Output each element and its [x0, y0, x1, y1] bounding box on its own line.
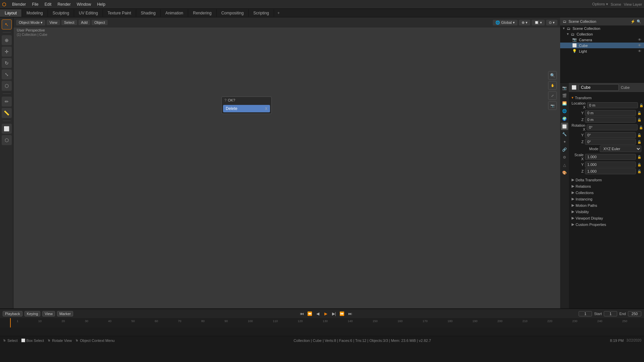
- prop-particles-icon[interactable]: ✦: [561, 138, 568, 145]
- outliner-item-light[interactable]: 💡 Light 👁: [560, 48, 644, 54]
- play-button[interactable]: ▶: [323, 311, 329, 317]
- rotation-z-input[interactable]: [585, 139, 636, 145]
- scale-y-lock[interactable]: 🔓: [637, 163, 641, 167]
- location-z-lock[interactable]: 🔓: [637, 118, 641, 122]
- prop-render-icon[interactable]: 📷: [561, 84, 568, 92]
- motion-paths-section[interactable]: ▶ Motion Paths: [569, 202, 644, 208]
- pivot-button[interactable]: ⊕ ▾: [519, 20, 530, 25]
- outliner-item-camera[interactable]: 📷 Camera 👁: [560, 37, 644, 43]
- menu-blender[interactable]: Blender: [9, 1, 29, 7]
- tool-scale[interactable]: ⤡: [2, 69, 12, 79]
- step-back-button[interactable]: ⏪: [307, 311, 313, 317]
- location-z-input[interactable]: [585, 117, 636, 123]
- viewport-display-section[interactable]: ▶ Viewport Display: [569, 215, 644, 221]
- prop-view-layer-icon[interactable]: 🌅: [561, 100, 568, 107]
- camera-view-button[interactable]: 📷: [548, 101, 557, 110]
- tab-sculpting[interactable]: Sculpting: [48, 9, 74, 17]
- view-all-button[interactable]: ⤢: [548, 91, 557, 100]
- camera-visibility-icon[interactable]: 👁: [638, 38, 641, 42]
- object-mode-button[interactable]: Object Mode ▾: [16, 20, 45, 25]
- transform-space-button[interactable]: 🌐 Global ▾: [493, 20, 518, 25]
- scale-y-input[interactable]: [585, 162, 636, 168]
- scale-x-lock[interactable]: 🔓: [637, 155, 641, 159]
- tab-animation[interactable]: Animation: [161, 9, 188, 17]
- tab-uv-editing[interactable]: UV Editing: [74, 9, 103, 17]
- tab-compositing[interactable]: Compositing: [217, 9, 249, 17]
- object-menu-button[interactable]: Object: [92, 20, 108, 25]
- prop-material-icon[interactable]: 🎨: [561, 169, 568, 176]
- jump-to-end-button[interactable]: ⏭: [347, 311, 353, 317]
- visibility-section[interactable]: ▶ Visibility: [569, 208, 644, 215]
- rotation-x-lock[interactable]: 🔓: [639, 126, 643, 129]
- menu-help[interactable]: Help: [94, 1, 108, 7]
- transform-header[interactable]: ▾ Transform: [569, 95, 644, 101]
- proportional-button[interactable]: ⊙ ▾: [546, 20, 557, 25]
- tool-add-surface[interactable]: ⬡: [2, 135, 12, 145]
- current-frame-input[interactable]: [579, 311, 592, 316]
- prop-physics-icon[interactable]: 🔗: [561, 146, 568, 153]
- object-name-input[interactable]: [579, 84, 619, 91]
- scale-z-lock[interactable]: 🔓: [637, 170, 641, 173]
- view-menu-tl[interactable]: View: [42, 311, 55, 316]
- tool-transform[interactable]: ⬡: [2, 81, 12, 91]
- viewport-3d[interactable]: X Y Z Object Mode ▾: [13, 17, 560, 308]
- zoom-in-button[interactable]: 🔍: [548, 71, 557, 80]
- tool-cursor[interactable]: ⊕: [2, 35, 12, 45]
- rotation-y-input[interactable]: [585, 132, 636, 138]
- outliner-filter-icon[interactable]: ⚡: [631, 19, 635, 24]
- prop-constraints-icon[interactable]: ⚙: [561, 154, 568, 161]
- tab-shading[interactable]: Shading: [136, 9, 161, 17]
- keying-menu[interactable]: Keying: [24, 311, 41, 316]
- playback-menu[interactable]: Playback: [3, 311, 22, 316]
- collections-section[interactable]: ▶ Collections: [569, 189, 644, 196]
- timeline-ruler[interactable]: 1 10 20 30 40 50 60 70 80 90 100 110 120…: [0, 318, 644, 327]
- tab-scripting[interactable]: Scripting: [249, 9, 274, 17]
- step-forward-button[interactable]: ⏩: [339, 311, 345, 317]
- zoom-out-button[interactable]: ✋: [548, 81, 557, 90]
- location-x-lock[interactable]: 🔓: [639, 104, 643, 107]
- location-y-lock[interactable]: 🔓: [637, 111, 641, 115]
- outliner-item-cube[interactable]: ⬜ Cube 👁: [560, 43, 644, 48]
- outliner-item-scene-collection[interactable]: ▾ 🗂 Scene Collection: [560, 25, 644, 31]
- tab-rendering[interactable]: Rendering: [188, 9, 216, 17]
- select-menu-button[interactable]: Select: [61, 20, 77, 25]
- menu-window[interactable]: Window: [74, 1, 94, 7]
- rotation-y-lock[interactable]: 🔓: [637, 133, 641, 137]
- tool-select[interactable]: ↖: [2, 19, 12, 29]
- delta-transform-section[interactable]: ▶ Delta Transform: [569, 177, 644, 183]
- tool-add-cube[interactable]: ⬜: [2, 124, 12, 134]
- end-frame-input[interactable]: [628, 311, 641, 316]
- view-menu-button[interactable]: View: [47, 20, 60, 25]
- cube-visibility-icon[interactable]: 👁: [638, 44, 641, 47]
- tab-modeling[interactable]: Modeling: [22, 9, 48, 17]
- outliner-item-collection[interactable]: ▾ 🗂 Collection: [560, 31, 644, 37]
- delete-confirm-button[interactable]: Delete X: [223, 105, 270, 112]
- tool-annotate[interactable]: ✏: [2, 97, 12, 107]
- tool-move[interactable]: ✛: [2, 47, 12, 57]
- start-frame-input[interactable]: [604, 311, 617, 316]
- prop-modifier-icon[interactable]: 🔧: [561, 130, 568, 138]
- rotation-mode-select[interactable]: XYZ Euler: [600, 145, 641, 152]
- custom-properties-section[interactable]: ▶ Custom Properties: [569, 221, 644, 228]
- instancing-section[interactable]: ▶ Instancing: [569, 196, 644, 202]
- menu-edit[interactable]: Edit: [42, 1, 54, 7]
- step-forward-frame[interactable]: ▶|: [331, 311, 337, 317]
- relations-section[interactable]: ▶ Relations: [569, 183, 644, 189]
- location-y-input[interactable]: [585, 110, 636, 116]
- add-workspace-button[interactable]: +: [274, 9, 283, 17]
- scale-x-input[interactable]: [585, 154, 636, 160]
- marker-menu[interactable]: Marker: [57, 311, 73, 316]
- menu-file[interactable]: File: [29, 1, 41, 7]
- prop-scene-icon[interactable]: 🌐: [561, 107, 568, 115]
- menu-render[interactable]: Render: [55, 1, 73, 7]
- rotation-z-lock[interactable]: 🔓: [637, 140, 641, 144]
- prop-data-icon[interactable]: △: [561, 161, 568, 169]
- scale-z-input[interactable]: [585, 168, 636, 174]
- snap-button[interactable]: 🔲 ▾: [532, 20, 545, 25]
- add-menu-button[interactable]: Add: [78, 20, 91, 25]
- jump-to-start-button[interactable]: ⏮: [299, 311, 305, 317]
- tool-rotate[interactable]: ↻: [2, 58, 12, 68]
- tool-measure[interactable]: 📏: [2, 108, 12, 118]
- tab-layout[interactable]: Layout: [0, 9, 22, 17]
- outliner-search-icon[interactable]: 🔍: [637, 19, 641, 24]
